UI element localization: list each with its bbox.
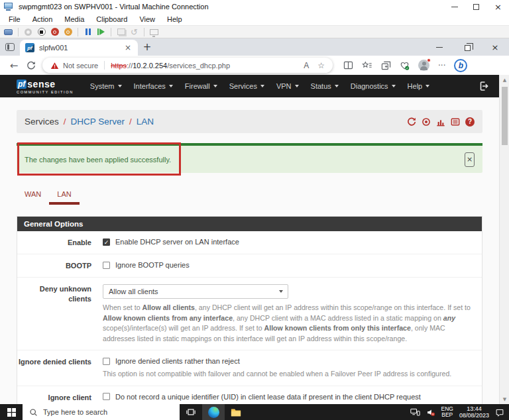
vm-minimize-button[interactable] [443, 0, 465, 13]
tab-wan[interactable]: WAN [17, 186, 49, 205]
overflow-menu-icon[interactable]: ··· [438, 61, 445, 70]
search-input[interactable] [43, 408, 156, 416]
chevron-down-icon [392, 85, 396, 87]
read-aloud-icon[interactable]: A [304, 61, 309, 70]
tab-actions-button[interactable] [0, 38, 20, 56]
interface-tabs: WAN LAN [17, 186, 482, 205]
language-indicator[interactable]: ENG BEP [441, 406, 453, 419]
collections-icon[interactable] [381, 61, 391, 70]
logout-icon[interactable] [478, 81, 488, 91]
reload-icon[interactable] [407, 117, 416, 127]
nav-system[interactable]: System [84, 82, 128, 90]
action-center-icon[interactable] [495, 408, 504, 417]
tab-lan[interactable]: LAN [49, 186, 79, 205]
ignore-denied-checkbox[interactable] [103, 358, 110, 365]
taskbar-search[interactable] [23, 404, 180, 420]
monitor-graph-icon[interactable] [436, 117, 445, 127]
back-button[interactable]: ← [5, 60, 23, 72]
checkpoint-icon[interactable] [116, 27, 126, 37]
pfsense-logo-pf: pf [17, 79, 27, 89]
browser-tab[interactable]: pf slpfw001 × [20, 40, 138, 56]
start-vm-icon[interactable] [23, 27, 33, 37]
url-host: 10.2.0.254 [133, 62, 167, 70]
favorites-icon[interactable] [362, 61, 372, 70]
turn-off-icon[interactable] [36, 27, 46, 37]
menu-view[interactable]: View [133, 15, 161, 23]
not-secure-label: Not secure [63, 62, 98, 70]
edge-icon [208, 407, 219, 418]
shutdown-icon[interactable] [50, 27, 60, 37]
taskbar-tray: ENG BEP 13:44 08/08/2023 [410, 404, 509, 420]
url-path: /services_dhcp.php [167, 62, 230, 70]
taskbar-time: 13:44 [459, 405, 489, 413]
browser-essentials-icon[interactable] [400, 61, 410, 70]
browser-tabbar: pf slpfw001 × + × [0, 38, 509, 56]
tab-title: slpfw001 [39, 44, 123, 52]
nav-status[interactable]: Status [305, 82, 345, 90]
status-icon[interactable] [422, 117, 431, 127]
pfsense-edition-label: COMMUNITY EDITION [17, 90, 74, 94]
favorite-star-icon[interactable]: ☆ [317, 61, 325, 70]
log-list-icon[interactable] [451, 117, 460, 127]
enable-dhcp-checkbox[interactable]: ✓ [103, 238, 110, 246]
refresh-button[interactable] [23, 61, 40, 70]
nav-diagnostics[interactable]: Diagnostics [345, 82, 402, 90]
resume-icon[interactable] [96, 27, 106, 37]
split-screen-icon[interactable] [343, 61, 353, 70]
menu-help[interactable]: Help [161, 15, 188, 23]
menu-file[interactable]: File [3, 15, 27, 23]
nav-firewall[interactable]: Firewall [179, 82, 223, 90]
vm-maximize-button[interactable] [465, 0, 487, 13]
form-row-ignore-client-ids: Ignore client identifiers Do not record … [17, 386, 482, 405]
taskbar-explorer-button[interactable] [225, 404, 247, 420]
menu-media[interactable]: Media [58, 15, 90, 23]
save-state-icon[interactable] [63, 27, 73, 37]
scrollbar-down-arrow[interactable]: ▼ [500, 394, 509, 404]
not-secure-warning-icon [50, 62, 59, 70]
general-options-panel: General Options Enable ✓ Enable DHCP ser… [17, 216, 482, 404]
page-scrollbar[interactable]: ▲ ▼ [499, 75, 509, 404]
breadcrumb-dhcp-server-link[interactable]: DHCP Server [71, 117, 125, 127]
pfsense-page: Services / DHCP Server / LAN ? The chang… [0, 110, 499, 404]
network-icon[interactable] [410, 408, 420, 416]
ignore-bootp-label: Ignore BOOTP queries [115, 261, 190, 269]
new-tab-button[interactable]: + [138, 38, 156, 56]
taskbar-clock[interactable]: 13:44 08/08/2023 [459, 405, 489, 419]
scrollbar-thumb[interactable] [502, 87, 508, 145]
form-row-enable: Enable ✓ Enable DHCP server on LAN inter… [17, 231, 482, 254]
volume-muted-icon[interactable] [426, 408, 435, 417]
taskbar-edge-button[interactable] [202, 404, 225, 420]
menu-action[interactable]: Action [27, 15, 59, 23]
tab-close-icon[interactable]: × [123, 43, 133, 52]
nav-vpn[interactable]: VPN [270, 82, 305, 90]
revert-icon[interactable]: ↺ [129, 27, 139, 37]
ctrl-alt-del-icon[interactable] [3, 27, 13, 37]
enhanced-session-icon[interactable] [149, 27, 159, 37]
browser-close-button[interactable]: × [481, 38, 509, 56]
help-icon[interactable]: ? [465, 117, 475, 127]
menu-clipboard[interactable]: Clipboard [90, 15, 133, 23]
profile-avatar[interactable] [418, 60, 429, 71]
url-scheme: https [111, 62, 127, 70]
breadcrumb-lan-link[interactable]: LAN [137, 117, 154, 127]
browser-minimize-button[interactable] [425, 38, 453, 56]
deny-unknown-clients-select[interactable]: Allow all clients [103, 284, 288, 299]
vm-close-button[interactable]: × [487, 0, 509, 13]
ignore-client-ids-checkbox[interactable] [103, 393, 110, 400]
browser-restore-button[interactable] [453, 38, 481, 56]
address-field[interactable]: Not secure https://10.2.0.254/services_d… [42, 58, 333, 73]
alert-close-button[interactable]: × [465, 152, 475, 167]
pause-icon[interactable] [83, 27, 93, 37]
vm-window: swpmgmt023 on SWPHV001 - Virtual Machine… [0, 0, 509, 420]
scrollbar-up-arrow[interactable]: ▲ [500, 75, 509, 85]
chevron-down-icon [118, 85, 122, 87]
url-separator: :// [127, 62, 133, 70]
ignore-bootp-checkbox[interactable] [103, 262, 110, 269]
task-view-button[interactable] [180, 404, 202, 420]
start-button[interactable] [0, 404, 23, 420]
nav-help[interactable]: Help [402, 82, 436, 90]
nav-services[interactable]: Services [223, 82, 270, 90]
nav-interfaces[interactable]: Interfaces [128, 82, 179, 90]
bing-chat-icon[interactable]: b [454, 59, 467, 72]
success-alert: The changes have been applied successful… [17, 143, 482, 173]
